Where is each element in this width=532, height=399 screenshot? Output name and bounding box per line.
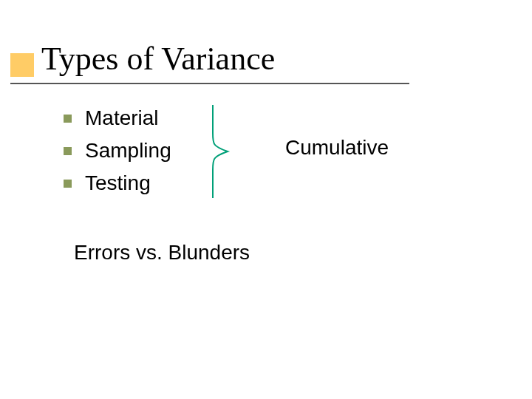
list-item: Testing — [64, 167, 171, 200]
title-underline — [10, 83, 409, 84]
curly-brace-icon — [207, 103, 236, 200]
square-bullet-icon — [64, 180, 72, 188]
subheading: Errors vs. Blunders — [74, 241, 250, 265]
square-bullet-icon — [64, 115, 72, 123]
bullet-label: Material — [85, 106, 159, 130]
list-item: Material — [64, 102, 171, 134]
slide-title: Types of Variance — [41, 40, 275, 78]
bullet-list: Material Sampling Testing — [64, 102, 171, 200]
title-accent-box — [10, 53, 34, 77]
bullet-label: Testing — [85, 171, 151, 195]
square-bullet-icon — [64, 147, 72, 155]
list-item: Sampling — [64, 134, 171, 167]
brace-label: Cumulative — [285, 136, 389, 160]
bullet-label: Sampling — [85, 139, 171, 163]
